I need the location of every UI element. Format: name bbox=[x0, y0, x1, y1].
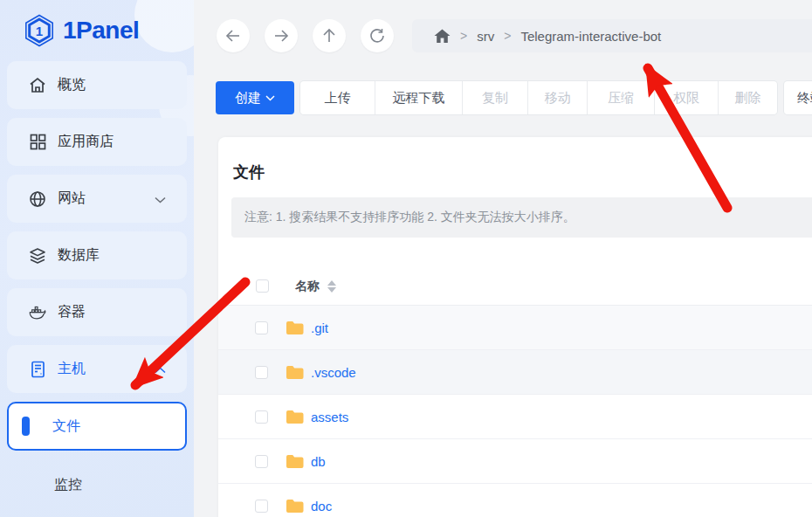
table-row[interactable]: .vscode bbox=[218, 350, 812, 395]
sidebar-item-overview[interactable]: 概览 bbox=[7, 61, 187, 109]
svg-text:1: 1 bbox=[36, 24, 43, 38]
1panel-hexagon-icon: 1 bbox=[23, 14, 56, 47]
sort-desc-icon bbox=[327, 287, 336, 293]
folder-icon bbox=[286, 365, 304, 380]
sidebar-item-label: 网站 bbox=[58, 190, 86, 208]
compress-button[interactable]: 压缩 bbox=[588, 81, 655, 114]
nav-forward-button[interactable] bbox=[265, 19, 298, 52]
decor-circle bbox=[134, 0, 194, 52]
sidebar-item-label: 应用商店 bbox=[58, 133, 114, 151]
page-title: 文件 bbox=[218, 137, 812, 183]
sidebar-item-label: 文件 bbox=[52, 417, 80, 436]
breadcrumb-item-srv[interactable]: srv bbox=[477, 29, 494, 44]
delete-button[interactable]: 删除 bbox=[719, 81, 777, 114]
refresh-icon bbox=[369, 28, 385, 44]
table-header-row: 名称 bbox=[218, 267, 812, 306]
file-link[interactable]: .vscode bbox=[311, 365, 356, 380]
permission-button[interactable]: 权限 bbox=[655, 81, 719, 114]
active-indicator-bar bbox=[22, 417, 30, 436]
column-header-name: 名称 bbox=[295, 279, 320, 294]
breadcrumb-separator: > bbox=[504, 29, 511, 43]
copy-button[interactable]: 复制 bbox=[463, 81, 528, 114]
table-row[interactable]: doc bbox=[218, 484, 812, 517]
row-checkbox[interactable] bbox=[255, 455, 268, 468]
appstore-icon bbox=[29, 134, 46, 150]
breadcrumb: > srv > Telegram-interactive-bot bbox=[412, 19, 812, 52]
server-icon bbox=[29, 361, 46, 378]
sidebar-item-container[interactable]: 容器 bbox=[7, 288, 187, 336]
arrow-right-icon bbox=[272, 29, 290, 43]
app-logo[interactable]: 1 1Panel bbox=[23, 14, 139, 47]
table-row[interactable]: db bbox=[218, 439, 812, 484]
breadcrumb-item-current[interactable]: Telegram-interactive-bot bbox=[520, 29, 661, 44]
chevron-up-icon bbox=[155, 362, 166, 377]
terminal-button[interactable]: 终端 bbox=[784, 81, 812, 114]
docker-whale-icon bbox=[29, 305, 46, 321]
sidebar-item-host[interactable]: 主机 bbox=[7, 345, 187, 393]
globe-icon bbox=[29, 190, 46, 208]
sidebar: 1 1Panel 概览 应用商店 bbox=[0, 0, 194, 517]
notice-banner: 注意: 1. 搜索结果不支持排序功能 2. 文件夹无法按大小排序。 bbox=[231, 197, 812, 238]
file-link[interactable]: assets bbox=[311, 410, 348, 424]
sidebar-item-database[interactable]: 数据库 bbox=[7, 231, 187, 279]
sidebar-item-files[interactable]: 文件 bbox=[7, 402, 187, 451]
notice-text: 注意: 1. 搜索结果不支持排序功能 2. 文件夹无法按大小排序。 bbox=[244, 210, 575, 225]
terminal-button-label: 终端 bbox=[797, 90, 812, 107]
sort-asc-icon bbox=[327, 280, 336, 286]
remote-download-button[interactable]: 远程下载 bbox=[375, 81, 463, 114]
table-row[interactable]: .git bbox=[218, 306, 812, 350]
chevron-down-icon bbox=[155, 191, 166, 207]
file-manager-panel: 文件 注意: 1. 搜索结果不支持排序功能 2. 文件夹无法按大小排序。 名称 … bbox=[218, 137, 812, 517]
create-button[interactable]: 创建 bbox=[216, 81, 294, 114]
folder-icon bbox=[286, 499, 304, 514]
file-link[interactable]: doc bbox=[311, 499, 332, 514]
sidebar-item-label: 概览 bbox=[58, 76, 86, 94]
move-button[interactable]: 移动 bbox=[528, 81, 588, 114]
upload-button[interactable]: 上传 bbox=[300, 81, 375, 114]
chevron-down-icon bbox=[265, 95, 275, 101]
breadcrumb-separator: > bbox=[460, 29, 467, 43]
home-icon[interactable] bbox=[434, 29, 451, 44]
sort-control[interactable] bbox=[327, 280, 336, 293]
create-button-label: 创建 bbox=[235, 90, 261, 107]
home-icon bbox=[29, 77, 46, 93]
nav-back-button[interactable] bbox=[217, 19, 250, 52]
nav-up-button[interactable] bbox=[313, 19, 346, 52]
row-checkbox[interactable] bbox=[255, 410, 268, 424]
sidebar-item-website[interactable]: 网站 bbox=[7, 175, 187, 223]
select-all-checkbox[interactable] bbox=[256, 279, 269, 293]
file-link[interactable]: db bbox=[311, 454, 326, 469]
table-row[interactable]: assets bbox=[218, 395, 812, 439]
arrow-up-icon bbox=[322, 27, 336, 45]
folder-icon bbox=[286, 454, 304, 469]
file-table: 名称 .git .vscode assets bbox=[218, 267, 812, 517]
sidebar-menu: 概览 应用商店 网站 bbox=[0, 61, 194, 517]
row-checkbox[interactable] bbox=[255, 321, 268, 334]
folder-icon bbox=[286, 321, 304, 335]
row-checkbox[interactable] bbox=[255, 500, 268, 513]
nav-refresh-button[interactable] bbox=[361, 19, 394, 52]
sidebar-item-monitor[interactable]: 监控 bbox=[7, 460, 187, 509]
app-title: 1Panel bbox=[63, 17, 139, 45]
database-layers-icon bbox=[29, 247, 46, 265]
sidebar-item-label: 监控 bbox=[54, 476, 82, 494]
sidebar-item-label: 主机 bbox=[58, 360, 86, 378]
sidebar-item-label: 容器 bbox=[58, 303, 86, 321]
file-actions-toolbar: 上传 远程下载 复制 移动 压缩 权限 删除 bbox=[300, 81, 777, 114]
folder-icon bbox=[286, 410, 304, 424]
row-checkbox[interactable] bbox=[255, 366, 268, 379]
sidebar-item-label: 数据库 bbox=[58, 246, 100, 265]
arrow-left-icon bbox=[224, 29, 242, 43]
sidebar-item-appstore[interactable]: 应用商店 bbox=[7, 118, 187, 166]
file-link[interactable]: .git bbox=[311, 321, 328, 335]
